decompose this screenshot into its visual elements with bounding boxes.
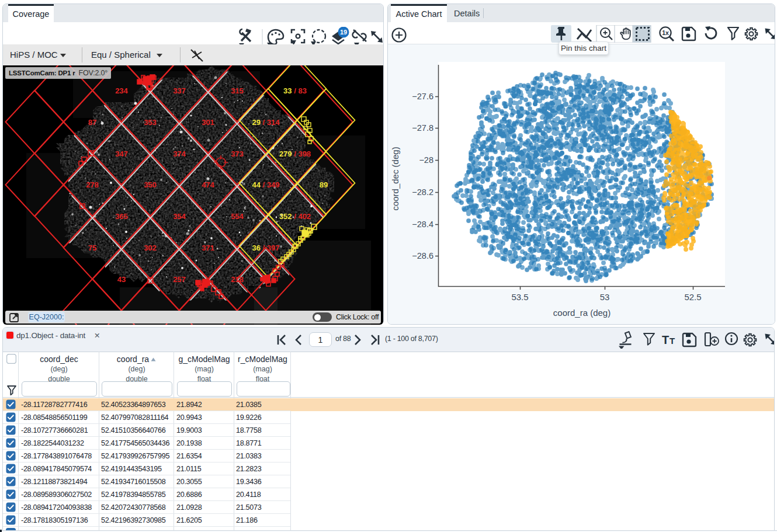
svg-text:19: 19: [340, 29, 347, 36]
svg-text:coord_ra (deg): coord_ra (deg): [553, 308, 610, 318]
svg-text:T: T: [670, 336, 675, 346]
svg-text:371: 371: [202, 244, 214, 252]
svg-text:257: 257: [173, 275, 186, 284]
svg-text:301: 301: [202, 118, 214, 127]
svg-text:−27.8: −27.8: [412, 123, 433, 133]
svg-text:T: T: [662, 333, 669, 346]
svg-text:352 / 402: 352 / 402: [279, 212, 311, 221]
svg-text:53: 53: [600, 292, 610, 302]
svg-text:279 / 398: 279 / 398: [279, 149, 311, 158]
svg-text:554: 554: [231, 212, 244, 221]
svg-text:218: 218: [231, 275, 244, 284]
svg-text:474: 474: [202, 180, 214, 189]
svg-text:337: 337: [173, 86, 186, 95]
svg-text:302: 302: [144, 244, 157, 252]
svg-text:52.5: 52.5: [684, 292, 701, 302]
svg-text:365: 365: [115, 212, 128, 221]
svg-text:−27.6: −27.6: [412, 92, 433, 101]
svg-text:coord_dec (deg): coord_dec (deg): [390, 147, 400, 210]
svg-text:89: 89: [320, 180, 328, 189]
svg-text:87: 87: [88, 118, 96, 127]
svg-text:29 / 314: 29 / 314: [252, 118, 280, 127]
svg-text:33 / 83: 33 / 83: [283, 86, 307, 95]
svg-text:44 / 349: 44 / 349: [252, 180, 280, 189]
svg-text:−28.4: −28.4: [412, 220, 433, 229]
svg-text:−28: −28: [419, 155, 433, 165]
svg-text:−28.6: −28.6: [412, 251, 433, 260]
svg-text:36 / 397: 36 / 397: [252, 244, 280, 252]
svg-text:347: 347: [115, 149, 128, 158]
svg-text:315: 315: [231, 86, 244, 95]
svg-text:354: 354: [173, 212, 186, 221]
svg-text:350: 350: [144, 180, 157, 189]
svg-text:−28.2: −28.2: [412, 187, 433, 197]
svg-text:75: 75: [88, 244, 96, 252]
svg-text:234: 234: [115, 86, 128, 95]
svg-text:373: 373: [231, 149, 244, 158]
svg-text:278: 278: [86, 180, 99, 189]
svg-text:1x: 1x: [662, 29, 669, 36]
svg-text:374: 374: [173, 149, 186, 158]
svg-text:43: 43: [117, 275, 126, 284]
svg-text:353: 353: [144, 118, 157, 127]
svg-text:53.5: 53.5: [511, 292, 528, 302]
